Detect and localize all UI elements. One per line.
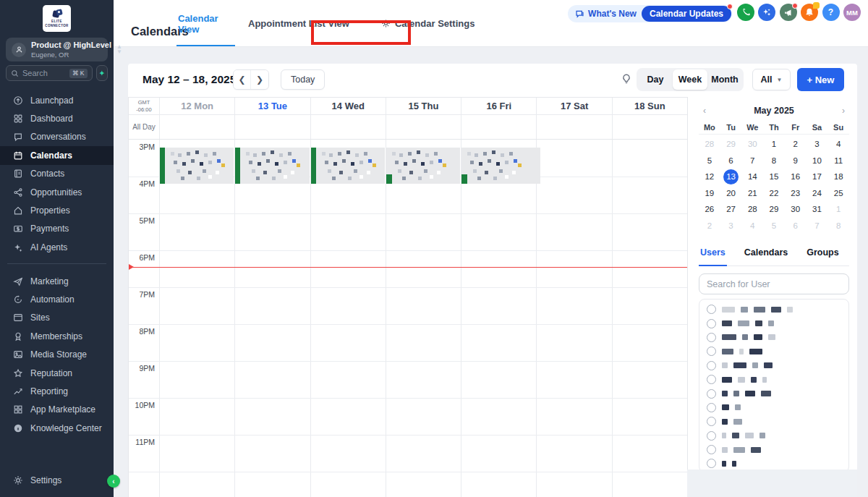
mini-day[interactable]: 8: [827, 218, 849, 234]
mini-day[interactable]: 17: [807, 169, 828, 185]
user-avatar[interactable]: MM: [843, 4, 861, 21]
mini-calendar-next-icon[interactable]: ›: [838, 106, 849, 116]
user-list-item-redacted[interactable]: [699, 456, 848, 470]
sidebar-item-ai-agents[interactable]: AI Agents: [0, 238, 114, 256]
mini-day[interactable]: 24: [807, 185, 828, 202]
mini-day[interactable]: 20: [720, 185, 742, 202]
megaphone-button[interactable]: [780, 4, 797, 21]
day-column[interactable]: [461, 140, 536, 497]
calendar-filter-select[interactable]: All ▼: [752, 69, 791, 90]
right-tab-groups[interactable]: Groups: [805, 247, 840, 266]
user-list-item-redacted[interactable]: [699, 386, 848, 400]
mini-day[interactable]: 5: [699, 153, 720, 169]
sidebar-item-conversations[interactable]: Conversations: [0, 128, 114, 146]
all-day-cell[interactable]: [386, 115, 461, 139]
mini-day[interactable]: 1: [827, 201, 849, 218]
next-week-button[interactable]: ❯: [251, 70, 268, 89]
all-day-cell[interactable]: [234, 115, 310, 139]
mini-day[interactable]: 18: [827, 169, 849, 185]
mini-day[interactable]: 19: [699, 185, 720, 202]
calendar-event-redacted[interactable]: [386, 148, 460, 184]
mini-day[interactable]: 26: [699, 201, 720, 218]
mini-day[interactable]: 5: [763, 218, 785, 234]
user-list-item-redacted[interactable]: [699, 401, 848, 415]
calendar-event-redacted[interactable]: [461, 148, 540, 184]
user-search-input[interactable]: [707, 279, 841, 289]
user-checkbox[interactable]: [707, 305, 716, 314]
mini-day[interactable]: 12: [699, 169, 720, 185]
sidebar-item-launchpad[interactable]: Launchpad: [0, 91, 114, 109]
prev-week-button[interactable]: ❮: [234, 70, 251, 89]
mini-day[interactable]: 28: [699, 136, 720, 153]
mini-calendar-prev-icon[interactable]: ‹: [699, 106, 710, 116]
user-checkbox[interactable]: [707, 459, 716, 468]
day-header-tue[interactable]: 13 Tue: [234, 98, 310, 114]
mini-day[interactable]: 6: [785, 218, 807, 234]
phone-button[interactable]: [737, 4, 754, 21]
mini-day[interactable]: 30: [741, 136, 763, 153]
mini-day[interactable]: 30: [785, 201, 807, 218]
help-button[interactable]: ?: [822, 4, 840, 21]
all-day-cell[interactable]: [310, 115, 386, 139]
user-list-item-redacted[interactable]: [699, 344, 848, 358]
all-day-cell[interactable]: [159, 115, 234, 139]
mini-day[interactable]: 16: [785, 169, 807, 185]
day-header-sun[interactable]: 18 Sun: [612, 98, 687, 114]
user-checkbox[interactable]: [707, 375, 716, 384]
mini-day[interactable]: 9: [785, 153, 807, 169]
sidebar-item-marketing[interactable]: Marketing: [0, 272, 114, 290]
user-search[interactable]: [699, 273, 849, 294]
mini-day[interactable]: 6: [720, 153, 742, 169]
calendar-event-redacted[interactable]: [235, 148, 309, 184]
view-week-button[interactable]: Week: [673, 69, 707, 90]
view-month-button[interactable]: Month: [707, 69, 742, 90]
sidebar-item-sites[interactable]: Sites: [0, 309, 114, 327]
day-header-wed[interactable]: 14 Wed: [310, 98, 386, 114]
right-tab-calendars[interactable]: Calendars: [743, 247, 789, 266]
mini-day[interactable]: 21: [741, 185, 763, 202]
sidebar-item-memberships[interactable]: Memberships: [0, 327, 114, 345]
tips-bulb-icon[interactable]: [621, 73, 632, 85]
sidebar-item-reputation[interactable]: Reputation: [0, 364, 114, 382]
all-day-cell[interactable]: [461, 115, 536, 139]
all-day-cell[interactable]: [612, 115, 687, 139]
right-tab-users[interactable]: Users: [699, 247, 727, 266]
sidebar-search-input[interactable]: [22, 69, 66, 77]
calendar-event-redacted[interactable]: [160, 148, 234, 184]
mini-day[interactable]: 2: [785, 136, 807, 153]
mini-day[interactable]: 3: [807, 136, 828, 153]
ai-assistant-button[interactable]: ✦: [96, 65, 108, 81]
day-column[interactable]: [386, 140, 461, 497]
mini-day[interactable]: 29: [763, 201, 785, 218]
mini-day[interactable]: 10: [807, 153, 828, 169]
user-list-item-redacted[interactable]: [699, 429, 848, 443]
whats-new-button[interactable]: What's New: [575, 9, 637, 19]
mini-day[interactable]: 3: [720, 218, 742, 234]
user-checkbox[interactable]: [707, 445, 716, 454]
day-header-fri[interactable]: 16 Fri: [461, 98, 536, 114]
mini-day[interactable]: 31: [807, 201, 828, 218]
user-checkbox[interactable]: [707, 417, 716, 426]
user-checkbox[interactable]: [707, 361, 716, 370]
user-checkbox[interactable]: [707, 389, 716, 399]
mini-day[interactable]: 7: [741, 153, 763, 169]
mini-day[interactable]: 4: [827, 136, 849, 153]
mini-day[interactable]: 8: [763, 153, 785, 169]
tab-calendar-view[interactable]: Calendar View: [176, 0, 235, 47]
sidebar-item-contacts[interactable]: Contacts: [0, 165, 114, 183]
user-checkbox[interactable]: [707, 403, 716, 412]
mini-day[interactable]: 11: [827, 153, 849, 169]
mini-day[interactable]: 29: [720, 136, 742, 153]
calendar-updates-button[interactable]: Calendar Updates: [642, 6, 731, 22]
user-list-item-redacted[interactable]: [699, 359, 848, 373]
mini-day[interactable]: 23: [785, 185, 807, 202]
ai-sparkle-button[interactable]: [758, 4, 775, 21]
tab-appointment-list-view[interactable]: Appointment List View: [247, 0, 351, 47]
mini-day[interactable]: 14: [741, 169, 763, 185]
sidebar-item-dashboard[interactable]: Dashboard: [0, 109, 114, 127]
sidebar-item-reporting[interactable]: Reporting: [0, 382, 114, 400]
day-column[interactable]: [536, 140, 611, 497]
mini-day[interactable]: 4: [741, 218, 763, 234]
sidebar-item-calendars[interactable]: Calendars: [0, 146, 114, 164]
day-header-thu[interactable]: 15 Thu: [386, 98, 461, 114]
